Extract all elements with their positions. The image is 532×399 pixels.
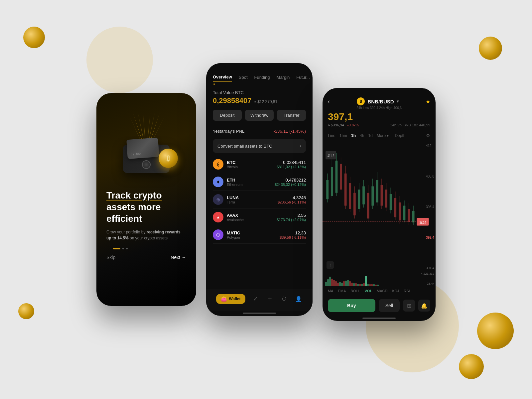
alert-button[interactable]: 🔔 — [418, 300, 430, 312]
chart-area: 412 405.8 398.4 392.4 391.4 — [323, 141, 436, 286]
price-label-high: 412 — [426, 144, 434, 148]
indicator-kdj[interactable]: KDJ — [392, 289, 399, 293]
eth-icon: ♦ — [213, 177, 223, 187]
eth-symbol: ETH — [227, 178, 275, 183]
vol-bar — [375, 285, 377, 286]
phone-trading: ‹ B BNB/BUSD ▾ ★ 24h Low 392,4 24h High — [323, 88, 436, 321]
luna-icon: ◎ — [213, 194, 223, 205]
buy-button[interactable]: Buy — [328, 299, 375, 312]
tf-line[interactable]: Line — [328, 133, 335, 138]
btc-icon: ₿ — [213, 159, 223, 170]
next-button[interactable]: Next → — [171, 255, 186, 260]
transfer-button[interactable]: Transfer — [277, 110, 306, 121]
phone-onboarding: ns.ban ₿ Track crypto assets more effici… — [96, 93, 196, 306]
check-nav-icon: ✓ — [252, 295, 260, 303]
eth-values: 0,4783212 $2435,32 (+0.12%) — [275, 178, 306, 187]
skip-button[interactable]: Skip — [106, 255, 115, 260]
chart-24h-info: 24h Low 392,4 24h High 406,6 — [328, 106, 430, 110]
dot-2 — [122, 248, 124, 249]
history-nav-icon: ⏱ — [280, 295, 288, 303]
add-nav-icon: + — [266, 295, 274, 303]
price-label-low: 391.4 — [426, 266, 434, 270]
convert-arrow-icon: › — [300, 143, 301, 149]
matic-icon: ⬡ — [213, 229, 223, 240]
matic-symbol: MATIC — [227, 230, 280, 235]
vol-bar — [347, 280, 349, 286]
vol-bar — [335, 281, 337, 286]
avax-symbol: AVAX — [227, 213, 277, 218]
avax-info: AVAX Avalanche — [227, 213, 277, 222]
vol-bar — [337, 283, 339, 286]
wallet-nav-icon: 👛 — [221, 296, 227, 302]
chart-settings-icon[interactable]: ⚙ — [426, 133, 430, 138]
headline-line3: efficient — [106, 213, 142, 224]
current-price: 397,1 — [328, 111, 430, 122]
asset-row-luna[interactable]: ◎ LUNA Terra 4,3245 $236,56 (-0.11%) — [213, 191, 306, 208]
pair-name-label: BNB/BUSD ▾ — [367, 99, 398, 104]
nav-check[interactable]: ✓ — [252, 295, 260, 303]
vol-bar — [341, 283, 343, 286]
price-change: -0.87% — [347, 123, 359, 127]
nav-add[interactable]: + — [266, 295, 274, 303]
indicator-ma[interactable]: MA — [328, 289, 333, 293]
tab-funding[interactable]: Funding — [254, 75, 270, 82]
tf-15m[interactable]: 15m — [339, 133, 347, 138]
price-approx: ≈ $396,94 — [328, 123, 344, 127]
vol-label-low: 23.4k — [427, 282, 434, 285]
tf-4h[interactable]: 4h — [360, 133, 364, 138]
pair-info: B BNB/BUSD ▾ — [357, 97, 398, 105]
tf-depth[interactable]: Depth — [395, 133, 405, 138]
vol-bar — [377, 285, 379, 286]
phones-container: ns.ban ₿ Track crypto assets more effici… — [96, 78, 436, 321]
tf-1d[interactable]: 1d — [368, 133, 372, 138]
headline-line1: Track crypto — [106, 190, 162, 200]
nav-wallet[interactable]: 👛 Wallet — [216, 294, 245, 304]
calculator-button[interactable]: ⊞ — [403, 300, 415, 312]
price-label-2: 405.8 — [426, 175, 434, 178]
eth-name: Ethereum — [227, 183, 275, 187]
indicator-ema[interactable]: EMA — [338, 289, 346, 293]
cursor-tool-icon[interactable]: ⊹ — [327, 261, 334, 269]
nav-profile[interactable]: 👤 — [295, 295, 303, 303]
phone3-content: ‹ B BNB/BUSD ▾ ★ 24h Low 392,4 24h High — [323, 88, 436, 321]
indicator-rsi[interactable]: RSI — [404, 289, 410, 293]
convert-row[interactable]: Convert small assets to BTC › — [213, 139, 306, 153]
wallet-card: ns.ban — [126, 138, 159, 159]
asset-row-eth[interactable]: ♦ ETH Ethereum 0,4783212 $2435,32 (+0.12… — [213, 173, 306, 191]
indicator-vol[interactable]: VOL — [364, 289, 372, 293]
btc-symbol: BTC — [227, 160, 277, 165]
home-indicator — [243, 313, 276, 314]
withdraw-button[interactable]: Withdraw — [245, 110, 274, 121]
phone-portfolio: Overview Spot Funding Margin Futur... To… — [206, 63, 313, 316]
deco-coin-2 — [18, 303, 34, 319]
deco-coin-5 — [459, 354, 484, 379]
tf-1h[interactable]: 1h — [351, 133, 356, 138]
vol-bar — [349, 281, 351, 286]
back-button[interactable]: ‹ — [328, 98, 330, 105]
pnl-value: -$36.11 (-1.45%) — [273, 129, 306, 134]
tab-futures[interactable]: Futur... — [296, 75, 310, 82]
asset-row-matic[interactable]: ⬡ MATIC Polygon 12,33 $39,56 (-6.11%) — [213, 226, 306, 244]
vol-bar — [355, 283, 357, 286]
profile-nav-icon: 👤 — [295, 295, 303, 303]
vol-bar — [361, 284, 363, 286]
indicator-boll[interactable]: BOLL — [350, 289, 360, 293]
tf-more[interactable]: More ▾ — [377, 133, 389, 138]
vol-bar — [327, 279, 329, 286]
tab-overview[interactable]: Overview — [213, 74, 232, 82]
asset-row-btc[interactable]: ₿ BTC Bitcoin 0,02345411 $811,32 (+2.13%… — [213, 156, 306, 173]
vol-bar — [339, 282, 341, 286]
indicator-macd[interactable]: MACD — [377, 289, 387, 293]
tab-margin[interactable]: Margin — [277, 75, 290, 82]
asset-row-avax[interactable]: ▲ AVAX Avalanche 2,55 $173.74 (+2.07%) — [213, 208, 306, 226]
deco-coin-4 — [477, 313, 514, 349]
tab-spot[interactable]: Spot — [239, 75, 248, 82]
low-value: 392,4 — [370, 106, 378, 110]
vol-bar — [333, 280, 335, 286]
sell-button[interactable]: Sell — [379, 299, 400, 312]
favorite-star-icon[interactable]: ★ — [426, 98, 430, 105]
deposit-button[interactable]: Deposit — [213, 110, 242, 121]
nav-history[interactable]: ⏱ — [280, 295, 288, 303]
phone2-header: Overview Spot Funding Margin Futur... To… — [206, 68, 313, 121]
wallet-nav-label: Wallet — [229, 297, 241, 301]
